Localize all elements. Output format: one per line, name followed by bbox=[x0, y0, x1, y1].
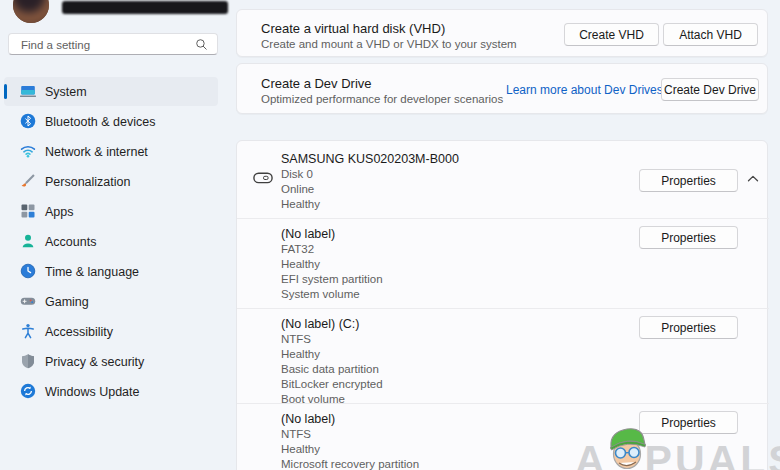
vhd-card-subtitle: Create and mount a VHD or VHDX to your s… bbox=[261, 38, 517, 50]
avatar-photo-blur bbox=[13, 0, 49, 23]
partition-properties-button[interactable]: Properties bbox=[639, 226, 738, 249]
partition-detail: BitLocker encrypted bbox=[281, 377, 383, 392]
create-dev-drive-button[interactable]: Create Dev Drive bbox=[661, 78, 759, 101]
sidebar-item-label: Personalization bbox=[45, 175, 130, 189]
sidebar-item-label: Accessibility bbox=[45, 325, 113, 339]
disk-card: SAMSUNG KUS020203M-B000 Disk 0 Online He… bbox=[236, 140, 768, 470]
partition-detail: System volume bbox=[281, 287, 360, 302]
selected-indicator bbox=[4, 84, 7, 99]
partition-detail: Microsoft recovery partition bbox=[281, 457, 419, 470]
bluetooth-icon bbox=[20, 113, 36, 129]
accessibility-icon bbox=[20, 323, 36, 339]
apps-icon bbox=[20, 203, 36, 219]
disk-drive-icon bbox=[253, 172, 273, 184]
network-icon bbox=[20, 143, 36, 159]
dev-drive-card-title: Create a Dev Drive bbox=[261, 76, 372, 91]
row-divider bbox=[237, 403, 769, 404]
settings-window: System Bluetooth & devices Network & int… bbox=[0, 0, 780, 470]
sidebar-item-privacy-security[interactable]: Privacy & security bbox=[4, 347, 218, 376]
accounts-icon bbox=[20, 233, 36, 249]
row-divider bbox=[237, 308, 769, 309]
partition-detail: Healthy bbox=[281, 347, 320, 362]
search-input[interactable] bbox=[19, 35, 183, 55]
create-dev-drive-card: Create a Dev Drive Optimized performance… bbox=[236, 63, 768, 114]
sidebar-item-label: Apps bbox=[45, 205, 74, 219]
partition-detail: Basic data partition bbox=[281, 362, 379, 377]
chevron-up-icon[interactable] bbox=[745, 171, 761, 187]
disk-detail: Healthy bbox=[281, 197, 320, 212]
sidebar-item-label: Privacy & security bbox=[45, 355, 144, 369]
disk-detail: Online bbox=[281, 182, 314, 197]
windows-update-icon bbox=[20, 383, 36, 399]
disk-properties-button[interactable]: Properties bbox=[639, 169, 738, 192]
partition-detail: Healthy bbox=[281, 442, 320, 457]
gaming-icon bbox=[20, 293, 36, 309]
partition-detail: Boot volume bbox=[281, 392, 345, 407]
search-icon bbox=[195, 38, 208, 51]
dev-drives-learn-more-link[interactable]: Learn more about Dev Drives. bbox=[506, 83, 666, 97]
partition-name: (No label) (C:) bbox=[281, 317, 360, 331]
search-box[interactable] bbox=[8, 33, 218, 55]
avatar[interactable] bbox=[13, 0, 49, 23]
sidebar-item-accessibility[interactable]: Accessibility bbox=[4, 317, 218, 346]
sidebar-item-network-internet[interactable]: Network & internet bbox=[4, 137, 218, 166]
sidebar-item-accounts[interactable]: Accounts bbox=[4, 227, 218, 256]
sidebar-item-label: Bluetooth & devices bbox=[45, 115, 156, 129]
partition-properties-button[interactable]: Properties bbox=[639, 316, 738, 339]
dev-drive-card-subtitle: Optimized performance for developer scen… bbox=[261, 93, 503, 105]
sidebar-item-system[interactable]: System bbox=[4, 77, 218, 106]
partition-name: (No label) bbox=[281, 412, 335, 426]
privacy-icon bbox=[20, 353, 36, 369]
sidebar-item-windows-update[interactable]: Windows Update bbox=[4, 377, 218, 406]
sidebar-item-label: System bbox=[45, 85, 87, 99]
create-vhd-button[interactable]: Create VHD bbox=[564, 23, 659, 46]
sidebar-item-label: Time & language bbox=[45, 265, 139, 279]
partition-detail: NTFS bbox=[281, 427, 311, 442]
personalization-icon bbox=[20, 173, 36, 189]
sidebar-item-label: Network & internet bbox=[45, 145, 148, 159]
sidebar-item-personalization[interactable]: Personalization bbox=[4, 167, 218, 196]
partition-name: (No label) bbox=[281, 227, 335, 241]
create-vhd-card: Create a virtual hard disk (VHD) Create … bbox=[236, 9, 768, 57]
disk-name: SAMSUNG KUS020203M-B000 bbox=[281, 152, 459, 166]
sidebar-item-gaming[interactable]: Gaming bbox=[4, 287, 218, 316]
sidebar-item-bluetooth-devices[interactable]: Bluetooth & devices bbox=[4, 107, 218, 136]
sidebar: System Bluetooth & devices Network & int… bbox=[0, 0, 236, 470]
sidebar-item-label: Windows Update bbox=[45, 385, 140, 399]
sidebar-item-apps[interactable]: Apps bbox=[4, 197, 218, 226]
sidebar-item-time-language[interactable]: Time & language bbox=[4, 257, 218, 286]
partition-detail: FAT32 bbox=[281, 242, 314, 257]
attach-vhd-button[interactable]: Attach VHD bbox=[663, 23, 758, 46]
partition-detail: EFI system partition bbox=[281, 272, 383, 287]
sidebar-item-label: Gaming bbox=[45, 295, 89, 309]
disk-detail: Disk 0 bbox=[281, 167, 313, 182]
partition-detail: NTFS bbox=[281, 332, 311, 347]
user-name-redacted bbox=[62, 1, 228, 14]
row-divider bbox=[237, 218, 769, 219]
partition-detail: Healthy bbox=[281, 257, 320, 272]
sidebar-item-label: Accounts bbox=[45, 235, 96, 249]
vhd-card-title: Create a virtual hard disk (VHD) bbox=[261, 21, 445, 36]
time-language-icon bbox=[20, 263, 36, 279]
system-icon bbox=[20, 83, 36, 99]
partition-properties-button[interactable]: Properties bbox=[639, 411, 738, 434]
